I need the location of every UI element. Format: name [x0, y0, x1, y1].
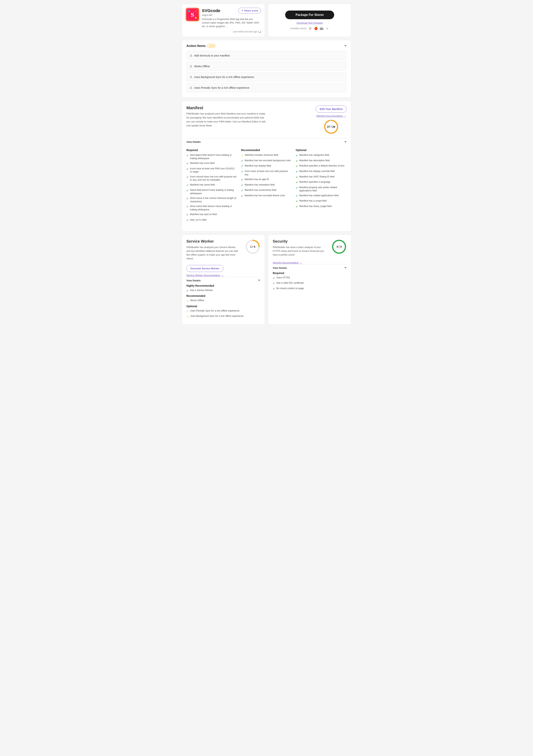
sec-view-details-bar[interactable]: View Details: [273, 264, 347, 272]
action-item: ⚠Uses Background Sync for a rich offline…: [186, 72, 347, 82]
badge-count: 4: [212, 44, 213, 47]
action-items-list: ⚠Add shortcuts to your manifest⚠Works Of…: [186, 51, 347, 92]
manifest-view-details-chevron[interactable]: [344, 141, 347, 143]
download-test-package-link[interactable]: Download Test Package: [296, 21, 323, 24]
item-text: start_url is valid: [190, 218, 206, 222]
app-desc: SVGcode is a Progressive Web App that le…: [202, 17, 261, 28]
check-icon: ✔: [273, 282, 275, 285]
edit-manifest-button[interactable]: Edit Your Manifest: [316, 105, 347, 113]
share-btn-label: Share score: [244, 9, 258, 12]
list-item: ⚠Uses Background Sync for a rich offline…: [186, 314, 260, 318]
item-text: Short name is the correct minimum length…: [190, 197, 237, 203]
list-item: ✔Icons have at least one icon with purpo…: [241, 170, 292, 176]
list-item: ✔Icons have at least one PNG icon 512x51…: [186, 167, 237, 174]
check-icon: ✔: [241, 189, 243, 193]
refresh-icon[interactable]: [258, 30, 261, 33]
check-icon: ✔: [241, 194, 243, 198]
item-text: Has a valid SSL certificate: [276, 282, 304, 285]
windows-store-icon: ⊞: [308, 27, 312, 30]
list-item: ✔Name field doesn't have leading or trai…: [186, 189, 237, 195]
action-items-title: Action Items ⚠ 4: [186, 44, 216, 48]
manifest-title: Manifest: [186, 105, 266, 110]
list-item: ✔Manifest has an app ID: [241, 178, 292, 182]
check-icon: ✔: [296, 176, 298, 179]
app-header: S SVGcode ↗ Share score svgco.de/: [186, 8, 261, 28]
available-stores: Available stores: ⊞ 🍎 🤖 ∞: [290, 27, 329, 30]
sec-req-title: Required: [273, 272, 347, 275]
manifest-documentation-link[interactable]: Manifest Documentation →: [317, 115, 346, 117]
item-text: Manifest includes shortcuts field: [245, 153, 278, 157]
item-text: No mixed content on page: [276, 287, 304, 290]
sw-desc: PWABuilder has analyzed your Service Wor…: [186, 245, 239, 260]
sw-view-details-bar[interactable]: View Details: [186, 277, 260, 284]
list-item: ✔Manifest has hex encoded theme color: [241, 194, 292, 198]
package-for-stores-button[interactable]: Package For Stores: [285, 11, 334, 19]
manifest-score-text: 27 / 28: [327, 125, 335, 128]
action-items-collapse-chevron[interactable]: [344, 45, 347, 47]
sw-title: Service Worker: [186, 239, 239, 244]
svg-point-4: [195, 10, 197, 12]
check-icon: ✔: [186, 205, 189, 209]
sw-opt-title: Optional: [186, 305, 260, 308]
app-info: SVGcode ↗ Share score svgco.de/ SVGcode …: [202, 8, 261, 28]
sw-doc-link-text: Service Worker Documentation: [186, 274, 220, 277]
sec-desc: PWABuilder has done a basic analysis of …: [273, 245, 325, 257]
check-icon: ✔: [186, 183, 189, 187]
warn-icon: ⚠: [186, 310, 189, 313]
app-card: S SVGcode ↗ Share score svgco.de/: [182, 4, 265, 37]
last-tested-text: Last tested seconds ago: [233, 30, 257, 33]
sw-optional: Optional ⚠Uses Periodic Sync for a rich …: [186, 305, 260, 318]
list-item: ✔Manifest has related applications field: [296, 194, 347, 198]
action-item-text: Add shortcuts to your manifest: [194, 54, 230, 57]
action-items-badge: ⚠ 4: [207, 44, 216, 48]
badge-warn-icon: ⚠: [209, 44, 211, 47]
manifest-recommended-col: Recommended ⚠Manifest includes shortcuts…: [241, 148, 292, 224]
check-icon: ✔: [296, 170, 298, 174]
item-text: Manifest has display override field: [299, 170, 335, 173]
android-store-icon: 🤖: [320, 27, 323, 30]
app-url: svgco.de/: [202, 14, 261, 16]
check-icon: ✔: [241, 159, 243, 163]
svg-text:S: S: [191, 11, 194, 18]
item-text: Manifest specifies a default direction o…: [299, 164, 344, 168]
svg-point-3: [195, 17, 197, 19]
list-item: ✔Manifest has icons field: [186, 162, 237, 166]
action-warn-icon: ⚠: [190, 54, 192, 57]
list-item: ✔Manifest has IARC Rating ID field: [296, 175, 347, 179]
check-icon: ✔: [296, 181, 298, 184]
service-worker-documentation-link[interactable]: Service Worker Documentation →: [186, 274, 224, 277]
sw-view-details-chevron[interactable]: [258, 280, 260, 281]
action-item: ⚠Works Offline: [186, 62, 347, 71]
security-documentation-link[interactable]: Security Documentation →: [273, 261, 302, 264]
list-item: ✔Manifest has orientation field: [241, 183, 292, 187]
sw-hr-title: Highly Recommended: [186, 284, 260, 287]
sw-rec-title: Recommended: [186, 294, 260, 297]
top-section: S SVGcode ↗ Share score svgco.de/: [182, 4, 351, 37]
check-icon: ✔: [273, 287, 275, 291]
generate-service-worker-button[interactable]: Generate Service Worker: [186, 265, 223, 272]
list-item: ✔Manifest has a scope field: [296, 199, 347, 203]
manifest-view-details-bar[interactable]: View Details: [186, 138, 347, 146]
list-item: ✔No mixed content on page: [273, 287, 347, 291]
list-item: ⚠Works Offline: [186, 299, 260, 303]
check-icon: ✔: [241, 170, 243, 174]
share-button[interactable]: ↗ Share score: [238, 8, 261, 14]
sec-view-details-chevron[interactable]: [344, 267, 347, 269]
check-icon: ✔: [296, 194, 298, 198]
check-icon: ✔: [296, 154, 298, 157]
warn-icon: ⚠: [186, 315, 189, 318]
check-icon: ✔: [241, 178, 243, 182]
item-text: Uses Periodic Sync for a rich offline ex…: [190, 309, 239, 313]
page-wrapper: S SVGcode ↗ Share score svgco.de/: [182, 4, 351, 325]
item-text: Manifest has display field: [245, 164, 271, 168]
list-item: ✔Description field doesn't have leading …: [186, 153, 237, 160]
item-text: Has a Service Worker: [190, 289, 213, 292]
manifest-left: Manifest PWABuilder has analyzed your We…: [186, 105, 266, 127]
check-icon: ✔: [296, 159, 298, 163]
manifest-optional-title: Optional: [296, 148, 347, 151]
item-text: Icons have at least one PNG icon 512x512…: [190, 167, 237, 174]
item-text: Manifest has an app ID: [245, 178, 269, 181]
check-icon: ✔: [186, 167, 189, 171]
manifest-top: Manifest PWABuilder has analyzed your We…: [186, 105, 347, 134]
sec-score-text: 3 / 3: [336, 245, 342, 248]
